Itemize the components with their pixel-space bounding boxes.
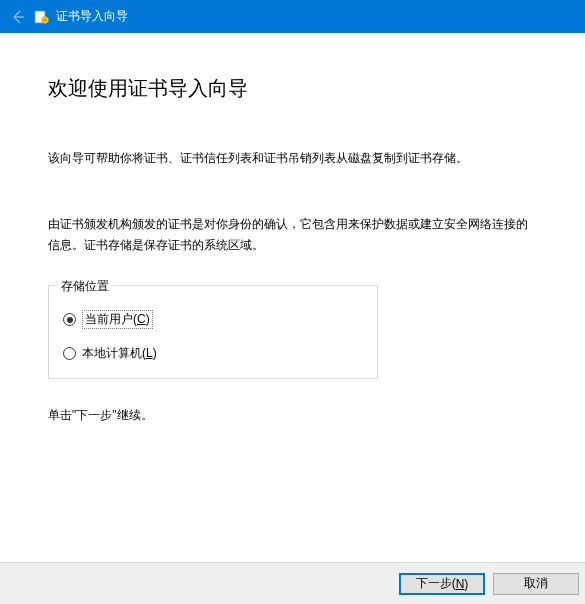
- store-location-group: 存储位置 当前用户(C) 本地计算机(L): [48, 285, 378, 379]
- wizard-content: 欢迎使用证书导入向导 该向导可帮助你将证书、证书信任列表和证书吊销列表从磁盘复制…: [0, 33, 585, 424]
- continue-instruction: 单击"下一步"继续。: [48, 407, 537, 424]
- titlebar: 证书导入向导: [0, 0, 585, 33]
- back-arrow-icon[interactable]: [8, 7, 28, 27]
- radio-current-user-label: 当前用户(C): [82, 310, 153, 329]
- radio-button-icon: [63, 313, 76, 326]
- intro-paragraph-1: 该向导可帮助你将证书、证书信任列表和证书吊销列表从磁盘复制到证书存储。: [48, 148, 537, 168]
- radio-button-icon: [63, 347, 76, 360]
- wizard-footer: 下一步(N) 取消: [0, 562, 585, 604]
- svg-point-3: [43, 18, 46, 21]
- intro-paragraph-2: 由证书颁发机构颁发的证书是对你身份的确认，它包含用来保护数据或建立安全网络连接的…: [48, 214, 537, 255]
- window-title: 证书导入向导: [56, 8, 128, 25]
- certificate-wizard-icon: [34, 9, 50, 25]
- radio-local-machine-label: 本地计算机(L): [82, 345, 157, 362]
- radio-local-machine[interactable]: 本地计算机(L): [63, 345, 363, 362]
- page-heading: 欢迎使用证书导入向导: [48, 75, 537, 102]
- group-label: 存储位置: [57, 278, 113, 295]
- cancel-button[interactable]: 取消: [493, 573, 579, 595]
- next-button[interactable]: 下一步(N): [399, 573, 485, 595]
- radio-current-user[interactable]: 当前用户(C): [63, 310, 363, 329]
